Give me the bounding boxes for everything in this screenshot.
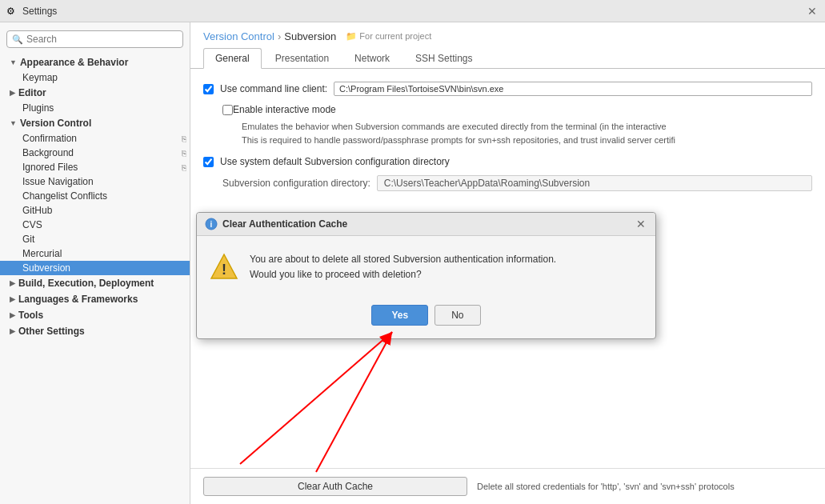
sidebar-item-git[interactable]: Git	[0, 232, 190, 246]
expand-arrow-icon: ▶	[10, 279, 15, 287]
sidebar-item-label: Keymap	[22, 72, 58, 83]
interactive-mode-label: Enable interactive mode	[233, 104, 336, 115]
system-default-row: Use system default Subversion configurat…	[203, 156, 812, 167]
clear-auth-cache-button[interactable]: Clear Auth Cache	[203, 477, 467, 496]
sidebar-item-label: Confirmation	[22, 133, 77, 144]
sidebar-item-label: Build, Execution, Deployment	[18, 278, 154, 289]
window-close-button[interactable]: ✕	[807, 6, 819, 17]
svg-text:!: !	[222, 262, 226, 278]
sidebar-item-label: Appearance & Behavior	[20, 57, 128, 68]
description-text: Emulates the behavior when Subversion co…	[242, 120, 812, 146]
breadcrumb-subversion: Subversion	[284, 30, 336, 42]
sidebar-item-appearance[interactable]: ▼ Appearance & Behavior	[0, 54, 190, 70]
dialog-no-button[interactable]: No	[435, 305, 480, 326]
config-dir-row: Subversion configuration directory: C:\U…	[203, 175, 812, 191]
sidebar-item-editor[interactable]: ▶ Editor	[0, 85, 190, 101]
search-icon: 🔍	[12, 34, 23, 45]
sidebar-item-label: CVS	[22, 219, 42, 230]
sidebar-item-cvs[interactable]: CVS	[0, 218, 190, 232]
expand-arrow-icon: ▼	[10, 119, 17, 127]
clear-auth-dialog: i Clear Authentication Cache ✕ ! You are…	[196, 212, 656, 339]
dialog-icon: i	[205, 218, 218, 230]
sidebar-item-label: Plugins	[22, 102, 54, 114]
sidebar-item-github[interactable]: GitHub	[0, 203, 190, 218]
copy-icon: ⎘	[182, 134, 186, 143]
sidebar-item-other-settings[interactable]: ▶ Other Settings	[0, 323, 190, 339]
sidebar-item-label: Subversion	[22, 262, 70, 274]
sidebar-item-keymap[interactable]: Keymap	[0, 70, 190, 85]
sidebar-item-build-execution[interactable]: ▶ Build, Execution, Deployment	[0, 275, 190, 291]
warning-icon: !	[210, 252, 238, 281]
sidebar-item-tools[interactable]: ▶ Tools	[0, 307, 190, 323]
sidebar-item-confirmation[interactable]: Confirmation ⎘	[0, 131, 190, 146]
tab-ssh-settings[interactable]: SSH Settings	[403, 48, 484, 69]
sidebar-item-label: Ignored Files	[22, 162, 78, 173]
dialog-close-button[interactable]: ✕	[635, 218, 647, 230]
sidebar-item-issue-navigation[interactable]: Issue Navigation	[0, 174, 190, 189]
copy-icon: ⎘	[182, 163, 186, 172]
dialog-buttons: Yes No	[197, 298, 655, 338]
title-bar: ⚙ Settings ✕	[0, 0, 825, 22]
dialog-title-bar: i Clear Authentication Cache ✕	[197, 213, 655, 236]
sidebar-item-changelist-conflicts[interactable]: Changelist Conflicts	[0, 189, 190, 203]
bottom-section: Clear Auth Cache Delete all stored crede…	[190, 468, 825, 504]
delete-note: Delete all stored credentials for 'http'…	[477, 482, 735, 491]
expand-arrow-icon: ▼	[10, 58, 17, 66]
expand-arrow-icon: ▶	[10, 89, 15, 97]
breadcrumb-sep: ›	[278, 30, 281, 42]
sidebar-item-mercurial[interactable]: Mercurial	[0, 246, 190, 261]
sidebar-item-label: Changelist Conflicts	[22, 190, 107, 202]
expand-arrow-icon: ▶	[10, 327, 15, 335]
tab-network[interactable]: Network	[342, 48, 402, 69]
search-box[interactable]: 🔍	[6, 30, 183, 48]
dialog-title: Clear Authentication Cache	[222, 218, 635, 230]
system-default-checkbox[interactable]	[203, 157, 214, 167]
sidebar-item-label: Other Settings	[18, 326, 85, 337]
breadcrumb-version-control[interactable]: Version Control	[203, 30, 274, 42]
sidebar-item-label: Version Control	[20, 118, 91, 129]
cmd-client-row: Use command line client:	[203, 82, 812, 96]
sidebar-item-ignored-files[interactable]: Ignored Files ⎘	[0, 160, 190, 174]
interactive-mode-checkbox[interactable]	[222, 105, 233, 115]
system-default-label: Use system default Subversion configurat…	[220, 156, 450, 167]
svg-text:i: i	[210, 220, 213, 229]
sidebar-item-plugins[interactable]: Plugins	[0, 101, 190, 115]
sidebar-item-languages[interactable]: ▶ Languages & Frameworks	[0, 291, 190, 307]
window-title: Settings	[22, 6, 57, 17]
interactive-mode-row: Enable interactive mode	[222, 104, 812, 115]
expand-arrow-icon: ▶	[10, 311, 15, 319]
breadcrumb-note: 📁 For current project	[346, 31, 431, 42]
cmd-client-checkbox[interactable]	[203, 84, 214, 94]
cmd-client-label: Use command line client:	[220, 83, 327, 94]
sidebar-item-subversion[interactable]: Subversion	[0, 261, 190, 275]
settings-icon: ⚙	[6, 6, 18, 17]
breadcrumb: Version Control › Subversion 📁 For curre…	[190, 22, 825, 47]
sidebar-item-label: Mercurial	[22, 248, 62, 259]
cmd-client-input[interactable]	[334, 82, 812, 96]
sidebar-item-label: Background	[22, 147, 74, 158]
config-dir-value: C:\Users\Teacher\AppData\Roaming\Subvers…	[377, 175, 812, 191]
tabs-bar: General Presentation Network SSH Setting…	[190, 47, 825, 69]
sidebar-item-label: Issue Navigation	[22, 176, 94, 187]
expand-arrow-icon: ▶	[10, 295, 15, 303]
sidebar-item-label: Tools	[18, 310, 43, 321]
sidebar-item-background[interactable]: Background ⎘	[0, 146, 190, 160]
dialog-yes-button[interactable]: Yes	[371, 305, 428, 326]
tab-presentation[interactable]: Presentation	[263, 48, 341, 69]
search-input[interactable]	[26, 34, 178, 45]
tab-general[interactable]: General	[203, 48, 262, 69]
interactive-mode-section: Enable interactive mode Emulates the beh…	[222, 104, 812, 146]
config-dir-label: Subversion configuration directory:	[222, 178, 370, 189]
sidebar-item-label: GitHub	[22, 205, 52, 216]
sidebar-item-label: Languages & Frameworks	[18, 294, 138, 305]
sidebar-item-label: Editor	[18, 87, 46, 98]
dialog-message: You are about to delete all stored Subve…	[250, 252, 556, 282]
sidebar: 🔍 ▼ Appearance & Behavior Keymap ▶ Edito…	[0, 22, 190, 504]
copy-icon: ⎘	[182, 149, 186, 158]
sidebar-item-label: Git	[22, 234, 34, 245]
sidebar-item-version-control[interactable]: ▼ Version Control	[0, 115, 190, 131]
dialog-body: ! You are about to delete all stored Sub…	[197, 236, 655, 298]
